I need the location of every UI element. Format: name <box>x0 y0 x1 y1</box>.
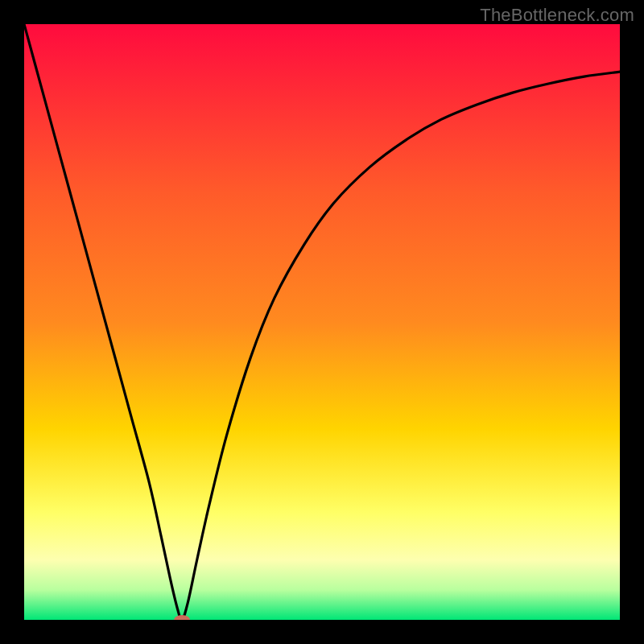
gradient-background <box>24 24 620 620</box>
chart-svg <box>24 24 620 620</box>
chart-frame: TheBottleneck.com <box>0 0 644 644</box>
plot-area <box>24 24 620 620</box>
watermark-text: TheBottleneck.com <box>480 5 634 26</box>
